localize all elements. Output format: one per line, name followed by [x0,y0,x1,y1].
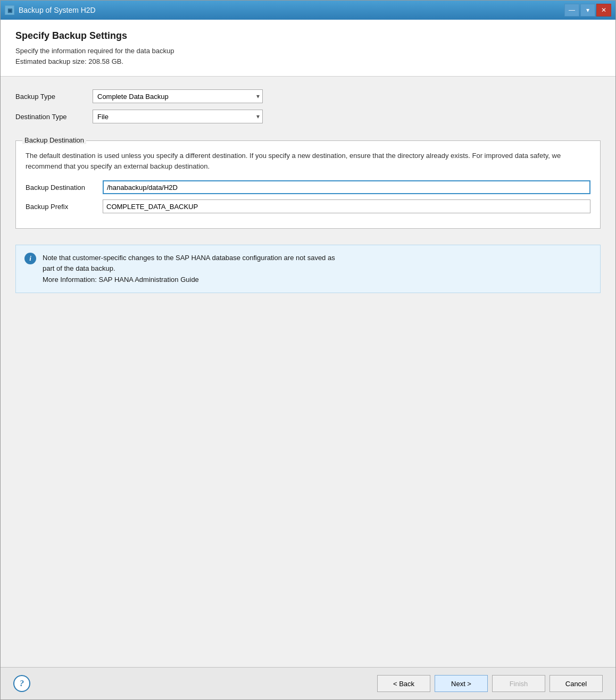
subtitle-line2: Estimated backup size: 208.58 GB. [15,56,601,67]
backup-type-select[interactable]: Complete Data Backup Incremental Data Ba… [93,89,263,103]
maximize-button[interactable]: ▾ [580,4,595,16]
destination-type-select-wrapper[interactable]: File Backint [93,110,263,123]
finish-button[interactable]: Finish [492,675,545,692]
info-note: i Note that customer-specific changes to… [15,245,601,293]
backup-destination-input[interactable] [103,180,590,194]
page-title: Specify Backup Settings [15,30,601,41]
destination-type-row: Destination Type File Backint [15,110,601,123]
info-icon: i [24,253,36,264]
minimize-button[interactable]: — [564,4,579,16]
close-button[interactable]: ✕ [596,4,611,16]
main-area: Backup Type Complete Data Backup Increme… [1,77,615,667]
back-button[interactable]: < Back [377,675,430,692]
destination-type-select[interactable]: File Backint [93,110,263,123]
next-button[interactable]: Next > [435,675,488,692]
backup-destination-group: Backup Destination The default destinati… [15,140,601,229]
subtitle-line1: Specify the information required for the… [15,46,601,56]
title-bar: ▣ Backup of System H2D — ▾ ✕ [1,1,615,20]
backup-destination-row: Backup Destination [26,180,590,194]
window-title: Backup of System H2D [19,6,96,14]
footer-right: < Back Next > Finish Cancel [377,675,603,692]
header-section: Specify Backup Settings Specify the info… [1,20,615,77]
info-text-line1: Note that customer-specific changes to t… [43,254,335,262]
backup-type-label: Backup Type [15,93,93,101]
main-window: ▣ Backup of System H2D — ▾ ✕ Specify Bac… [0,0,616,700]
header-subtitle: Specify the information required for the… [15,46,601,66]
info-text-line2: part of the data backup. [43,264,115,272]
group-box-legend: Backup Destination [22,136,86,144]
backup-prefix-row: Backup Prefix [26,199,590,213]
group-box-description: The default destination is used unless y… [26,151,590,172]
cancel-button[interactable]: Cancel [550,675,603,692]
backup-prefix-input[interactable] [103,199,590,213]
help-button[interactable]: ? [13,675,30,692]
backup-type-select-wrapper[interactable]: Complete Data Backup Incremental Data Ba… [93,89,263,103]
footer-left: ? [13,675,30,692]
app-icon: ▣ [5,5,14,15]
footer: ? < Back Next > Finish Cancel [1,667,615,699]
backup-prefix-label: Backup Prefix [26,203,103,211]
title-bar-controls: — ▾ ✕ [564,4,611,16]
backup-destination-label: Backup Destination [26,184,103,191]
backup-type-row: Backup Type Complete Data Backup Increme… [15,89,601,103]
info-text-line3: More Information: SAP HANA Administratio… [43,276,199,284]
title-bar-left: ▣ Backup of System H2D [5,5,96,15]
content-area: Specify Backup Settings Specify the info… [1,20,615,699]
destination-type-label: Destination Type [15,113,93,121]
info-text: Note that customer-specific changes to t… [43,253,335,285]
